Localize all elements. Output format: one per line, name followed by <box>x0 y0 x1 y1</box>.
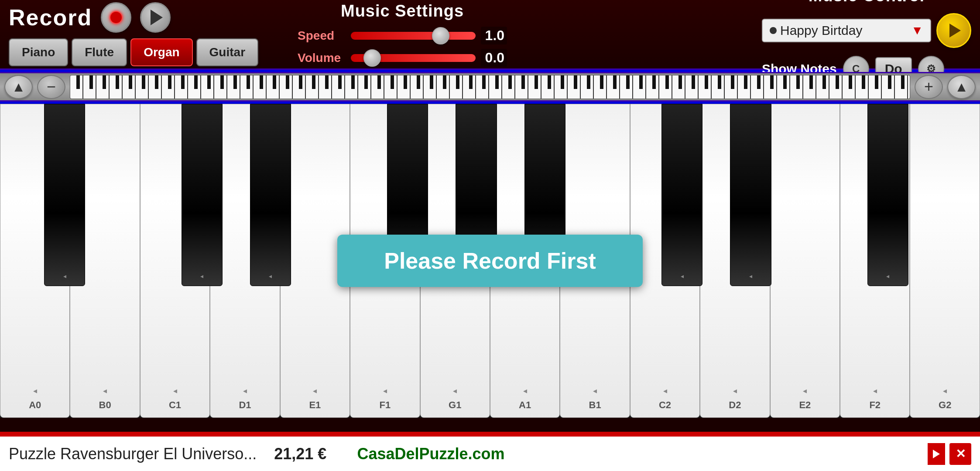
piano-area: ◂ A0 ◂ B0 ◂ C1 ◂ D1 ◂ E1 ◂ F1 ◂ <box>0 104 980 418</box>
key-D1-arrow: ◂ <box>243 386 247 396</box>
piano-button[interactable]: Piano <box>9 38 68 66</box>
key-C1-arrow: ◂ <box>173 386 177 396</box>
key-F2-label: F2 <box>869 399 881 411</box>
music-control-play-button[interactable] <box>936 13 971 48</box>
key-C2-label: C2 <box>659 399 671 411</box>
instrument-buttons: Piano Flute Organ Guitar <box>9 38 258 66</box>
record-first-banner: Please Record First <box>337 235 643 287</box>
nav-arrow-up-right[interactable]: ▲ <box>947 75 976 99</box>
ad-play-icon <box>933 450 940 458</box>
speed-row: Speed 1.0 <box>298 27 507 44</box>
key-A0-label: A0 <box>29 399 41 411</box>
key-B0-label: B0 <box>99 399 111 411</box>
bottom-red-bar <box>0 432 980 435</box>
keyboard-nav-bar: ▲ − // Drawn via SVG below + ▲ <box>0 72 980 102</box>
top-bar: Record Piano Flute Organ Guitar Music Se… <box>0 0 980 70</box>
record-dot-icon <box>110 11 123 24</box>
key-Cs1-arrow: ◂ <box>200 273 203 280</box>
key-G2-label: G2 <box>939 399 951 411</box>
arrow-up-right-icon: ▲ <box>955 80 969 94</box>
volume-label: Volume <box>298 51 346 65</box>
song-dot-icon <box>770 27 777 34</box>
key-Bb0-arrow: ◂ <box>63 273 66 280</box>
ad-description: Puzzle Ravensburger El Universo... <box>9 445 257 463</box>
ad-price: 21,21 € <box>274 445 326 463</box>
key-C1-label: C1 <box>169 399 181 411</box>
ad-bar: Puzzle Ravensburger El Universo... 21,21… <box>0 435 980 471</box>
key-D2-label: D2 <box>729 399 741 411</box>
key-B0-arrow: ◂ <box>103 386 107 396</box>
key-G1-label: G1 <box>449 399 461 411</box>
key-Bb0[interactable]: ◂ <box>44 104 85 286</box>
volume-row: Volume 0.0 <box>298 49 507 67</box>
song-name: Happy Birtday <box>780 23 862 38</box>
dropdown-arrow-icon[interactable]: ▼ <box>911 24 923 38</box>
key-B1-label: B1 <box>589 399 601 411</box>
speed-thumb[interactable] <box>432 27 449 44</box>
volume-thumb[interactable] <box>363 49 381 67</box>
ad-link[interactable]: CasaDelPuzzle.com <box>357 445 504 463</box>
key-B1-arrow: ◂ <box>593 386 597 396</box>
key-G2-arrow: ◂ <box>943 386 947 396</box>
key-Cs2-arrow: ◂ <box>681 273 684 280</box>
plus-icon: + <box>924 78 933 96</box>
key-E2-arrow: ◂ <box>803 386 807 396</box>
speed-slider[interactable] <box>351 32 476 40</box>
key-G2[interactable]: ◂ G2 <box>910 104 980 418</box>
settings-controls: Speed 1.0 Volume 0.0 <box>298 27 507 67</box>
ad-text: Puzzle Ravensburger El Universo... 21,21… <box>9 445 928 463</box>
speed-value: 1.0 <box>481 27 507 44</box>
record-title: Record <box>9 4 92 31</box>
key-Ds1[interactable]: ◂ <box>250 104 291 286</box>
key-F1-label: F1 <box>379 399 391 411</box>
key-D1-label: D1 <box>239 399 251 411</box>
key-C2-arrow: ◂ <box>663 386 667 396</box>
music-control: Music Control Happy Birtday ▼ Show Notes… <box>762 0 971 82</box>
play-icon <box>151 10 163 25</box>
key-E2-label: E2 <box>799 399 811 411</box>
music-control-row: Happy Birtday ▼ <box>762 13 971 48</box>
key-D2-arrow: ◂ <box>733 386 737 396</box>
key-Ds2-arrow: ◂ <box>749 273 752 280</box>
key-E1-arrow: ◂ <box>313 386 317 396</box>
organ-button[interactable]: Organ <box>130 38 192 66</box>
key-Ds2[interactable]: ◂ <box>730 104 771 286</box>
key-Fs2[interactable]: ◂ <box>867 104 908 286</box>
play-button[interactable] <box>140 2 171 33</box>
guitar-button[interactable]: Guitar <box>196 38 258 66</box>
nav-arrow-up-left[interactable]: ▲ <box>4 75 33 99</box>
music-settings: Music Settings Speed 1.0 Volume 0.0 <box>298 2 507 67</box>
key-Ds1-arrow: ◂ <box>269 273 272 280</box>
flute-button[interactable]: Flute <box>72 38 127 66</box>
ad-play-button[interactable] <box>928 443 945 465</box>
key-F2-arrow: ◂ <box>873 386 877 396</box>
minus-icon: − <box>47 78 56 96</box>
music-settings-title: Music Settings <box>341 2 464 20</box>
key-E1-label: E1 <box>309 399 321 411</box>
key-Fs2-arrow: ◂ <box>886 273 889 280</box>
volume-value: 0.0 <box>481 49 507 67</box>
key-A0-arrow: ◂ <box>33 386 37 396</box>
key-Cs2[interactable]: ◂ <box>661 104 702 286</box>
key-Cs1[interactable]: ◂ <box>182 104 223 286</box>
ad-close-button[interactable]: ✕ <box>949 443 971 465</box>
key-E2[interactable]: ◂ E2 <box>770 104 840 418</box>
zoom-out-button[interactable]: − <box>37 75 65 99</box>
zoom-in-button[interactable]: + <box>915 75 943 99</box>
ad-close-icon: ✕ <box>956 447 966 461</box>
music-control-title: Music Control <box>809 0 925 5</box>
speed-label: Speed <box>298 29 346 43</box>
record-first-text: Please Record First <box>384 248 596 273</box>
arrow-up-left-icon: ▲ <box>12 80 26 94</box>
key-F1-arrow: ◂ <box>383 386 387 396</box>
key-G1-arrow: ◂ <box>453 386 457 396</box>
play-gold-icon <box>949 24 961 38</box>
mini-keyboard-preview: // Drawn via SVG below <box>70 75 910 99</box>
volume-slider[interactable] <box>351 54 476 62</box>
record-section: Record Piano Flute Organ Guitar <box>9 2 258 66</box>
song-selector[interactable]: Happy Birtday ▼ <box>762 19 931 42</box>
record-button[interactable] <box>101 2 131 33</box>
key-A1-label: A1 <box>519 399 531 411</box>
key-A1-arrow: ◂ <box>523 386 527 396</box>
